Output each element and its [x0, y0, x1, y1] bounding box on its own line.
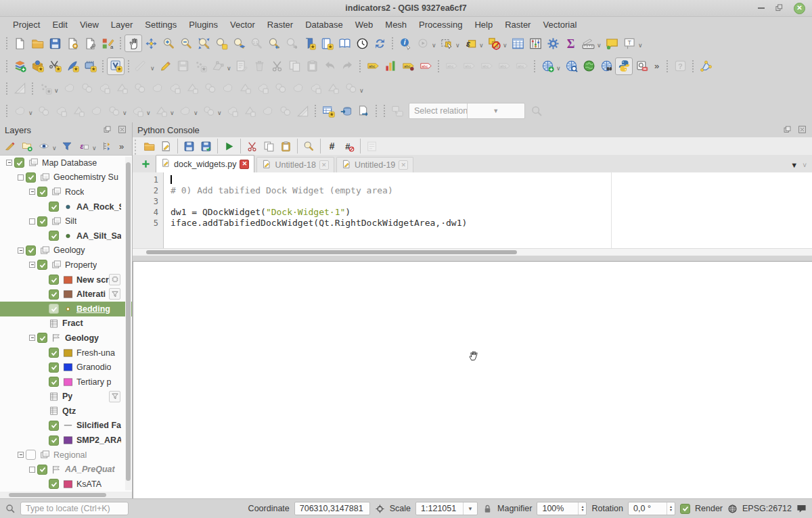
panel-splitter[interactable]: [133, 256, 812, 261]
layer-checkbox[interactable]: [37, 260, 47, 270]
rectangle-from-center-dropdown[interactable]: ∨: [170, 110, 176, 116]
layer-label[interactable]: AA_PreQuat: [65, 465, 115, 474]
add-vector-layer-icon[interactable]: [28, 57, 46, 75]
layer-row-smp2-ara-[interactable]: SMP2_ARA_: [0, 433, 132, 448]
magnifier-spinner[interactable]: 100% ▴▾: [537, 502, 587, 515]
tree-expander-icon[interactable]: [16, 174, 25, 181]
tab-list-dropdown[interactable]: ▼ ˅: [790, 161, 807, 169]
zoom-to-layer-icon[interactable]: [230, 34, 248, 52]
layer-checkbox[interactable]: [49, 348, 59, 358]
panel-overflow[interactable]: »: [115, 141, 128, 151]
layer-row-aa-silt-san[interactable]: AA_Silt_San: [0, 229, 132, 243]
toggle-comment-icon[interactable]: #: [323, 139, 340, 154]
editor-tab-dock-widgets-py[interactable]: dock_widgets.py✕: [156, 155, 254, 172]
plugin-manager-icon[interactable]: [633, 57, 650, 75]
toolbar-overflow[interactable]: »: [650, 61, 663, 71]
tree-expander-icon[interactable]: [16, 452, 25, 458]
layer-row-tertiary-p[interactable]: Tertiary p: [0, 375, 132, 390]
toolbar-drag-handle[interactable]: [5, 104, 9, 118]
zoom-last-icon[interactable]: [265, 34, 283, 52]
menu-settings-4[interactable]: Settings: [139, 18, 183, 31]
chip-indicator-icon[interactable]: [109, 274, 120, 285]
toolbar-drag-handle[interactable]: [436, 60, 441, 73]
toolbar-drag-handle[interactable]: [358, 60, 362, 73]
toolbar-drag-handle[interactable]: [118, 37, 122, 50]
open-in-external-editor-icon[interactable]: [158, 139, 175, 154]
open-project-icon[interactable]: [28, 34, 46, 52]
zoom-full-icon[interactable]: [195, 34, 212, 52]
measure-icon[interactable]: [579, 34, 597, 52]
data-source-manager-icon[interactable]: [11, 57, 28, 75]
layer-label[interactable]: KsATA: [76, 479, 102, 489]
menu-edit-1[interactable]: Edit: [46, 18, 73, 31]
manage-map-themes-dropdown[interactable]: ∨: [52, 145, 58, 151]
zoom-to-selection-icon[interactable]: [212, 34, 230, 52]
pan-to-selection-icon[interactable]: [142, 34, 160, 52]
shape-digitizing-tools-dropdown[interactable]: ∨: [28, 110, 35, 116]
identify-features-icon[interactable]: i: [397, 34, 414, 52]
layer-label[interactable]: SMP2_ARA_: [76, 435, 121, 445]
select-features-dropdown[interactable]: ∨: [455, 42, 461, 49]
layer-row-map-database[interactable]: Map Database: [0, 156, 132, 170]
menu-mesh-10[interactable]: Mesh: [379, 18, 413, 31]
funnel-indicator-icon[interactable]: [109, 391, 120, 402]
zoom-out-icon[interactable]: [177, 34, 195, 52]
restore-button[interactable]: [775, 3, 783, 14]
layer-label[interactable]: Regional: [53, 450, 87, 460]
editor-horizontal-scrollbar[interactable]: [133, 248, 812, 256]
close-button[interactable]: ✕: [794, 3, 805, 14]
layer-label[interactable]: Fresh-una: [76, 348, 115, 358]
expand-collapse-all-icon[interactable]: [98, 139, 115, 154]
layer-checkbox[interactable]: [49, 362, 59, 373]
layer-row-regional[interactable]: Regional: [0, 448, 132, 463]
layer-label[interactable]: Alterati: [76, 289, 106, 299]
menu-database-8[interactable]: Database: [299, 18, 349, 31]
crs-status[interactable]: EPSG:26712: [742, 504, 792, 513]
lock-icon[interactable]: [482, 504, 493, 514]
toolbar-drag-handle[interactable]: [382, 104, 386, 118]
layers-vertical-scrollbar[interactable]: [125, 157, 131, 490]
current-edits-dropdown[interactable]: ∨: [150, 65, 156, 72]
new-print-layout-icon[interactable]: [64, 34, 81, 52]
select-by-expression-dropdown[interactable]: ∨: [479, 42, 485, 49]
minimize-button[interactable]: [758, 7, 765, 9]
layer-checkbox[interactable]: [49, 377, 59, 387]
add-group-icon[interactable]: [18, 139, 35, 154]
new-memory-layer-icon[interactable]: [81, 57, 99, 75]
filter-by-expression-dropdown[interactable]: ∨: [92, 145, 98, 151]
layer-label[interactable]: AA_Rock_Sa: [76, 202, 121, 212]
new-virtual-layer-icon[interactable]: [107, 57, 125, 75]
add-wms-layer-icon[interactable]: [562, 57, 580, 75]
vertex-tool-dropdown[interactable]: ∨: [227, 65, 233, 72]
tab-close-icon[interactable]: ✕: [399, 160, 408, 170]
menu-vector-6[interactable]: Vector: [224, 18, 261, 31]
toolbar-drag-handle[interactable]: [127, 60, 131, 73]
measure-dropdown[interactable]: ∨: [597, 42, 603, 49]
layer-checkbox[interactable]: [49, 479, 59, 489]
regular-polygon-center-dropdown[interactable]: ∨: [217, 110, 223, 116]
import-layer-to-db-icon[interactable]: [337, 102, 355, 120]
find-text-icon[interactable]: [300, 139, 317, 154]
open-script-icon[interactable]: [141, 139, 158, 154]
menu-plugins-5[interactable]: Plugins: [183, 18, 224, 31]
toolbar-drag-handle[interactable]: [101, 60, 105, 73]
text-annotation-icon[interactable]: T: [621, 34, 638, 52]
layer-label[interactable]: Map Database: [42, 158, 97, 168]
layer-row-silcified-fau[interactable]: Silcified Fau: [0, 419, 132, 433]
save-project-icon[interactable]: [46, 34, 64, 52]
temporal-controller-icon[interactable]: [353, 34, 371, 52]
show-spatial-bookmarks-icon[interactable]: [318, 34, 336, 52]
layer-checkbox[interactable]: [37, 333, 47, 343]
extents-icon[interactable]: [375, 504, 385, 514]
tree-expander-icon[interactable]: [28, 189, 37, 195]
spin-down-icon[interactable]: ▾: [581, 509, 583, 512]
uncomment-icon[interactable]: #: [340, 139, 357, 154]
tab-close-icon[interactable]: ✕: [240, 160, 249, 169]
layer-label[interactable]: Py: [62, 392, 72, 401]
zoom-in-icon[interactable]: [160, 34, 177, 52]
cut-icon[interactable]: [244, 139, 261, 154]
map-canvas[interactable]: [133, 261, 812, 498]
menu-web-9[interactable]: Web: [349, 18, 380, 31]
metasearch-icon[interactable]: [539, 57, 556, 75]
layer-label[interactable]: Geology: [53, 245, 85, 255]
